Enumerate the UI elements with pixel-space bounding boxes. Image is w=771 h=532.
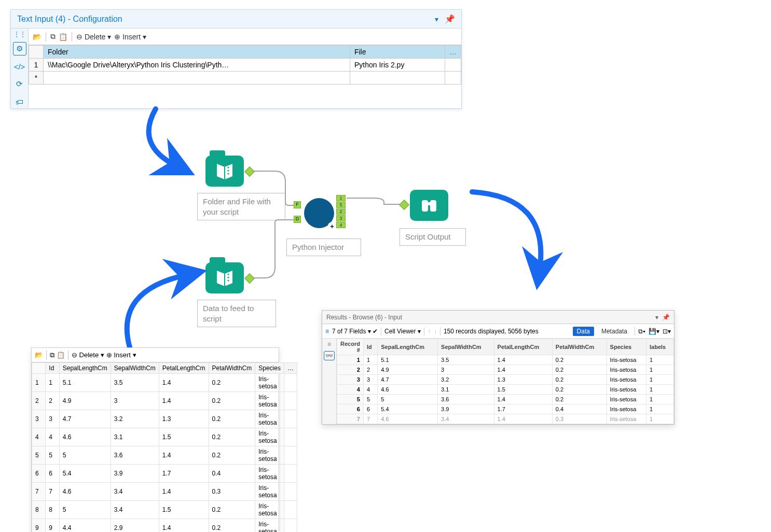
config-grid[interactable]: Folder File … 1 \\Mac\Google Drive\Alter… — [29, 45, 461, 85]
table-row[interactable]: 224.931.40.2Iris-setosa — [32, 392, 297, 410]
clipboard-icon[interactable]: 📋 — [59, 33, 67, 41]
pin-icon[interactable]: 📌 — [445, 14, 455, 24]
table-row[interactable]: 665.43.91.70.4Iris-setosa — [32, 465, 297, 483]
col-file[interactable]: File — [350, 46, 445, 59]
table-row[interactable]: 8853.41.50.2Iris-setosa — [32, 501, 297, 519]
table-row[interactable]: 334.73.21.30.2Iris-setosa — [32, 410, 297, 428]
table-row[interactable]: 774.63.41.40.3Iris-setosa1 — [337, 414, 674, 424]
copy-icon[interactable]: ⧉ — [50, 32, 56, 41]
save-icon[interactable]: 💾▾ — [649, 328, 659, 335]
table-row[interactable]: 774.63.41.40.3Iris-setosa — [32, 483, 297, 501]
tab-metadata[interactable]: Metadata — [597, 327, 631, 336]
table-row[interactable]: 444.63.11.50.2Iris-setosa — [32, 428, 297, 446]
col-PetalWidthCm[interactable]: PetalWidthCm — [552, 339, 607, 355]
svg-rect-10 — [427, 202, 431, 205]
popout-icon[interactable]: ⊡▾ — [663, 328, 671, 335]
table-row[interactable]: 224.931.40.2Iris-setosa1 — [337, 365, 674, 375]
col-SepalWidthCm[interactable]: SepalWidthCm — [111, 363, 159, 374]
col-…[interactable]: … — [284, 363, 297, 374]
table-row[interactable]: 5553.61.40.2Iris-setosa — [32, 446, 297, 465]
pin-icon[interactable]: 📌 — [662, 314, 670, 321]
more-cols-icon[interactable]: … — [445, 46, 461, 59]
table-row[interactable]: 665.43.91.70.4Iris-setosa1 — [337, 404, 674, 414]
col-SepalWidthCm[interactable]: SepalWidthCm — [438, 339, 494, 355]
port-2[interactable]: 2 — [336, 208, 346, 215]
col-Id[interactable]: Id — [363, 339, 377, 355]
config-toolbar: 📂 ⧉ 📋 ⊖ Delete ▾ ⊕ Insert ▾ — [29, 29, 461, 45]
col-SepalLengthCm[interactable]: SepalLengthCm — [378, 339, 438, 355]
delete-button[interactable]: ⊖ Delete ▾ — [72, 351, 104, 359]
hamburger-icon[interactable]: ≡ — [325, 328, 329, 335]
fields-dropdown[interactable]: 7 of 7 Fields ▾ ✔ — [332, 328, 378, 335]
tag-icon[interactable]: 🏷 — [13, 95, 26, 108]
svg-rect-8 — [422, 200, 428, 212]
binoculars-icon[interactable]: 👓 — [324, 351, 335, 360]
table-row[interactable]: 334.73.21.30.2Iris-setosa1 — [337, 375, 674, 385]
records-status: 150 records displayed, 5056 bytes — [444, 328, 539, 335]
chevron-down-icon[interactable]: ▾ — [435, 15, 438, 23]
macro-port-d[interactable]: D — [294, 216, 301, 223]
table-row[interactable]: 444.63.11.50.2Iris-setosa1 — [337, 385, 674, 395]
chevron-down-icon[interactable]: ▾ — [655, 314, 658, 321]
copy-icon[interactable]: ⧉▾ — [638, 328, 645, 335]
table-row[interactable]: 994.42.91.40.2Iris-setosa — [32, 519, 297, 533]
copy-icon[interactable]: ⧉ — [50, 351, 54, 359]
config-title: Text Input (4) - Configuration — [17, 15, 122, 24]
svg-rect-9 — [430, 200, 436, 212]
table-row[interactable]: 115.13.51.40.2Iris-setosa — [32, 374, 297, 392]
data-grid[interactable]: IdSepalLengthCmSepalWidthCmPetalLengthCm… — [32, 362, 297, 532]
port-1[interactable]: 1 — [336, 195, 346, 201]
table-row[interactable]: 115.13.51.40.2Iris-setosa1 — [337, 355, 674, 365]
port-5[interactable]: 5 — [336, 202, 346, 208]
folder-open-icon[interactable]: 📂 — [35, 351, 43, 359]
col-SepalLengthCm[interactable]: SepalLengthCm — [59, 363, 111, 374]
node-text-input-data[interactable] — [205, 262, 244, 293]
arrow-up-icon[interactable]: ↑ — [428, 328, 431, 335]
arrow-down-icon[interactable]: ↓ — [434, 328, 437, 335]
folder-open-icon[interactable]: 📂 — [33, 33, 42, 41]
drag-handle-icon[interactable]: ⋮⋮ — [13, 31, 26, 38]
results-grid[interactable]: Record #IdSepalLengthCmSepalWidthCmPetal… — [337, 339, 674, 424]
col-PetalLengthCm[interactable]: PetalLengthCm — [159, 363, 209, 374]
config-sidebar: ⋮⋮ ⚙ </> ⟳ 🏷 — [11, 29, 29, 108]
port-4[interactable]: 4 — [336, 222, 346, 228]
results-panel: Results - Browse (6) - Input ▾ 📌 ≡ 7 of … — [322, 310, 674, 425]
svg-point-1 — [227, 166, 229, 168]
cell-viewer-dropdown[interactable]: Cell Viewer ▾ — [384, 328, 421, 335]
config-main: 📂 ⧉ 📋 ⊖ Delete ▾ ⊕ Insert ▾ Folder File … — [29, 29, 461, 108]
results-sidebar: ≡ 👓 — [322, 339, 337, 424]
insert-button[interactable]: ⊕ Insert ▾ — [106, 351, 136, 359]
hamburger-icon[interactable]: ≡ — [327, 341, 331, 348]
macro-label: Python Injector — [286, 239, 361, 256]
xml-icon[interactable]: </> — [13, 60, 26, 73]
macro-output-ports: 1 5 2 3 4 — [336, 195, 346, 228]
data-panel: 📂 ⧉ 📋 ⊖ Delete ▾ ⊕ Insert ▾ IdSepalLengt… — [31, 347, 279, 532]
col-Id[interactable]: Id — [46, 363, 59, 374]
col-Species[interactable]: Species — [255, 363, 284, 374]
insert-button[interactable]: ⊕ Insert ▾ — [114, 33, 146, 41]
col-Species[interactable]: Species — [607, 339, 646, 355]
col-labels[interactable]: labels — [646, 339, 674, 355]
row-1-folder[interactable]: \\Mac\Google Drive\Alteryx\Python Iris C… — [44, 59, 350, 72]
node-browse[interactable] — [410, 190, 448, 221]
gear-icon[interactable]: ⚙ — [13, 42, 26, 55]
svg-point-3 — [227, 173, 229, 174]
macro-port-f[interactable]: F — [294, 201, 301, 208]
tab-data[interactable]: Data — [573, 327, 594, 336]
col-Record#[interactable]: Record # — [337, 339, 364, 355]
config-panel: Text Input (4) - Configuration ▾ 📌 ⋮⋮ ⚙ … — [10, 9, 462, 109]
col-rownum[interactable] — [32, 363, 46, 374]
node-text-input-script[interactable] — [205, 156, 244, 187]
table-row[interactable]: 5553.61.40.2Iris-setosa1 — [337, 395, 674, 404]
data-toolbar: 📂 ⧉ 📋 ⊖ Delete ▾ ⊕ Insert ▾ — [32, 348, 279, 362]
refresh-icon[interactable]: ⟳ — [13, 77, 26, 91]
col-PetalWidthCm[interactable]: PetalWidthCm — [209, 363, 255, 374]
port-3[interactable]: 3 — [336, 215, 346, 221]
col-folder[interactable]: Folder — [44, 46, 350, 59]
clipboard-icon[interactable]: 📋 — [57, 351, 65, 359]
plus-icon: + — [328, 222, 336, 230]
connector-out-icon — [244, 166, 255, 177]
col-PetalLengthCm[interactable]: PetalLengthCm — [494, 339, 552, 355]
delete-button[interactable]: ⊖ Delete ▾ — [76, 33, 111, 41]
row-1-file[interactable]: Python Iris 2.py — [350, 59, 445, 72]
